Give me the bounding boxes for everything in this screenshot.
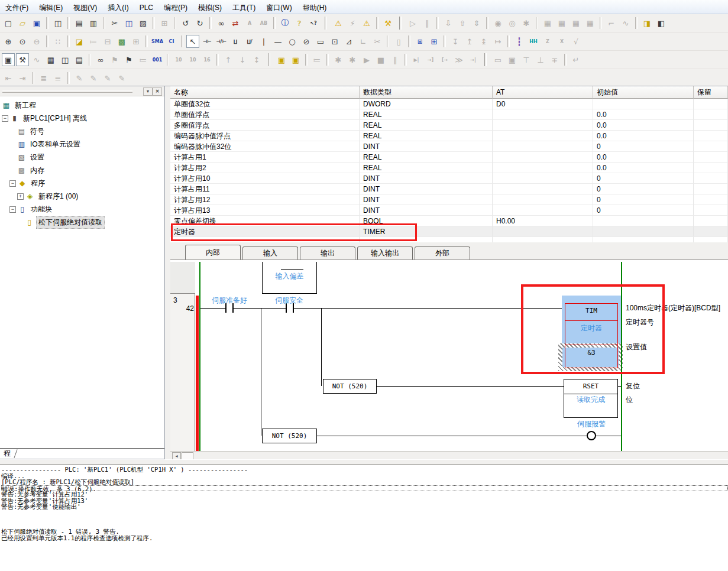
ladder-editor[interactable]: 3 42 输入偏差 伺服准备好 伺服安全 TIM 定时器 &3 100ms定时器… xyxy=(170,262,728,451)
panel-close-button[interactable]: ✕ xyxy=(153,87,162,96)
address-reference-button[interactable]: ┇ xyxy=(513,35,526,48)
view-mnemonics-button[interactable]: SMA xyxy=(151,35,164,48)
output-line[interactable] xyxy=(1,516,728,523)
compare-with-plc-button[interactable]: ⇕ xyxy=(470,17,483,30)
new-closed-or-contact-button[interactable]: ∐/ xyxy=(243,35,256,48)
simulator-mode-button[interactable]: ≔ xyxy=(310,53,323,66)
outdent-button[interactable]: ⇥ xyxy=(16,72,29,85)
rung-align-1-button[interactable]: ≣ xyxy=(37,72,50,85)
paste-button[interactable]: ▨ xyxy=(137,17,150,30)
decimal-button[interactable]: 10 xyxy=(172,53,185,66)
rset-instruction-block[interactable]: RSET 读取完成 xyxy=(564,379,618,418)
new-instruction-set-button[interactable]: ⊡ xyxy=(328,35,341,48)
collapse-toggle[interactable]: − xyxy=(2,115,8,122)
table-row[interactable]: 计算占用2REAL0.0 xyxy=(170,163,728,173)
run-mode-button[interactable]: ▷ xyxy=(406,17,419,30)
view-symbols-button[interactable]: CI xyxy=(165,35,178,48)
table-row[interactable]: 单圈值浮点REAL0.0 xyxy=(170,109,728,120)
redo-button[interactable]: ↻ xyxy=(193,17,206,30)
column-header-3[interactable]: 初始值 xyxy=(593,86,694,99)
pause-monitor-button[interactable]: ◎ xyxy=(506,17,519,30)
section-tab-输入[interactable]: 输入 xyxy=(242,246,298,259)
output-line[interactable]: 已经用设置到单元版本1.1的程序检查选项检测了程序. xyxy=(1,535,728,541)
new-instruction-button[interactable]: ▭ xyxy=(314,35,327,48)
output-splitter[interactable] xyxy=(0,459,728,465)
zoom-in-button[interactable]: ⊕ xyxy=(2,35,15,48)
copy-button[interactable]: ◫ xyxy=(122,17,135,30)
tree-item-project[interactable]: ▦新工程 xyxy=(0,99,164,112)
io-comment-3-button[interactable]: ↨ xyxy=(477,35,490,48)
table-row[interactable]: 计算占用11DINT0 xyxy=(170,184,728,194)
new-file-button[interactable]: ▢ xyxy=(2,17,15,30)
new-coil-button[interactable]: ○ xyxy=(286,35,299,48)
plc-clock-button[interactable]: ◧ xyxy=(655,17,668,30)
table-row[interactable]: 计算占用13DINT0 xyxy=(170,205,728,216)
view-report-button[interactable]: ◫ xyxy=(51,17,64,30)
about-button[interactable]: ⓘ xyxy=(279,17,292,30)
zoom-out-button[interactable]: ⊖ xyxy=(30,35,43,48)
force-refresh-button[interactable]: ✱ xyxy=(520,17,533,30)
option-1-button[interactable]: Z xyxy=(541,35,554,48)
online-edit-check-button[interactable]: ⚒ xyxy=(381,17,394,30)
undo-button[interactable]: ↺ xyxy=(179,17,192,30)
line-delete-button[interactable]: ✂ xyxy=(371,35,384,48)
new-horizontal-button[interactable]: — xyxy=(271,35,284,48)
simulator-settings-button[interactable]: ▣ xyxy=(289,53,302,66)
menu-item-编程P[interactable]: 编程(P) xyxy=(158,2,193,14)
section-tab-输入输出[interactable]: 输入输出 xyxy=(357,246,413,259)
section-tab-外部[interactable]: 外部 xyxy=(415,246,470,259)
watch-window-hh-button[interactable]: HH xyxy=(527,35,540,48)
new-closed-coil-button[interactable]: ⊘ xyxy=(300,35,313,48)
menu-item-工具T[interactable]: 工具(T) xyxy=(227,2,261,14)
resume-simulator-button[interactable]: ✱ xyxy=(346,53,359,66)
cross-reference-button[interactable]: ∿ xyxy=(30,53,43,66)
marker-2-button[interactable]: ✎ xyxy=(87,72,100,85)
workspace-tab-project[interactable]: 程 xyxy=(0,449,13,459)
find-replace-button[interactable]: ⇄ xyxy=(229,17,242,30)
menu-item-PLC[interactable]: PLC xyxy=(134,2,158,13)
line-connect-button[interactable]: ∟ xyxy=(357,35,370,48)
table-row[interactable]: 单圈值32位DWORDD0 xyxy=(170,99,728,109)
collapse-toggle[interactable]: − xyxy=(9,206,16,213)
diff-both-button[interactable]: ∓ xyxy=(548,53,561,66)
menu-item-编辑E[interactable]: 编辑(E) xyxy=(34,2,68,14)
step-out-button[interactable]: [→ xyxy=(438,53,451,66)
output-coil-servo-alarm[interactable] xyxy=(587,431,596,440)
new-vertical-button[interactable]: | xyxy=(257,35,270,48)
menu-item-模拟S[interactable]: 模拟(S) xyxy=(193,2,227,14)
tree-item-program-folder[interactable]: −◆程序 xyxy=(0,177,164,190)
table-row[interactable]: 零点偏差切换BOOLH0.00 xyxy=(170,216,728,226)
table-row[interactable]: 计算占用10DINT0 xyxy=(170,173,728,184)
go-updown-button[interactable]: ↕ xyxy=(250,53,263,66)
sim-pause-button[interactable]: ∥ xyxy=(389,53,402,66)
expand-toggle[interactable]: + xyxy=(17,193,24,200)
paste-special-button[interactable]: ⊞ xyxy=(158,17,171,30)
invert-instruction-button[interactable]: ⊿ xyxy=(342,35,355,48)
option-3-button[interactable]: √ xyxy=(570,35,583,48)
fb-instance-button[interactable]: ⊞ xyxy=(428,35,441,48)
output-line[interactable]: ---------------- PLC: '新PLC1' (PLC机型 'CP… xyxy=(1,466,728,473)
table-row[interactable]: 定时器TIMER xyxy=(170,226,728,237)
cut-button[interactable]: ✂ xyxy=(108,17,121,30)
panel-collapse-button[interactable]: ▾ xyxy=(143,87,153,96)
show-monitor-data-button[interactable]: ⊞ xyxy=(130,35,143,48)
table-row[interactable]: 编码器脉冲值浮点REAL0.0 xyxy=(170,131,728,141)
section-tab-内部[interactable]: 内部 xyxy=(185,245,241,259)
output-window-button[interactable]: ◫ xyxy=(59,53,72,66)
build-button[interactable]: ⚒ xyxy=(16,53,29,66)
menu-item-窗口W[interactable]: 窗口(W) xyxy=(261,2,297,14)
zoom-normal-button[interactable]: ⊙ xyxy=(16,35,29,48)
tree-item-function-block[interactable]: ▯松下伺服绝对值读取 xyxy=(0,216,164,229)
output-line[interactable] xyxy=(1,510,728,517)
watch-window-button[interactable]: ▦ xyxy=(44,53,57,66)
show-rung-annotations-button[interactable]: ▩ xyxy=(115,35,128,48)
sim-stop-button[interactable]: ■ xyxy=(374,53,387,66)
set-breakpoint-button[interactable]: ▭ xyxy=(491,53,504,66)
vertical-splitter[interactable] xyxy=(165,86,170,459)
hexadecimal-button[interactable]: 16 xyxy=(200,53,213,66)
differential-monitor-button[interactable]: ⌐ xyxy=(605,17,618,30)
tree-item-plc[interactable]: −▮新PLC1[CP1H] 离线 xyxy=(0,112,164,125)
toggle-project-window-button[interactable]: ▣ xyxy=(2,53,15,66)
select-mode-button[interactable]: ↖ xyxy=(186,35,199,48)
rung-align-2-button[interactable]: ≡ xyxy=(51,72,64,85)
